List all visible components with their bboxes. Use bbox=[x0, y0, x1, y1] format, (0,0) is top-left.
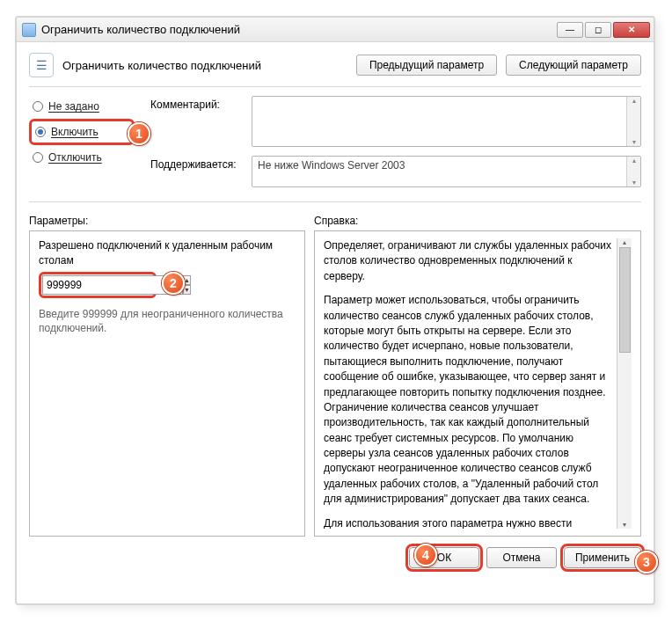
kv-column: Комментарий: ▴▾ Поддерживается: Не ниже … bbox=[150, 96, 641, 196]
header: ☰ Ограничить количество подключений Пред… bbox=[17, 42, 654, 81]
radio-label: Отключить bbox=[48, 151, 102, 164]
config-row: Не задано Включить Отключить 1 Комментар… bbox=[17, 87, 654, 196]
radio-disabled[interactable]: Отключить bbox=[29, 147, 135, 168]
next-setting-button[interactable]: Следующий параметр bbox=[506, 55, 641, 76]
policy-icon: ☰ bbox=[29, 53, 54, 77]
help-section-label: Справка: bbox=[314, 215, 641, 227]
param-hint: Введите 999999 для неограниченного колич… bbox=[39, 307, 296, 337]
maximize-button[interactable]: ◻ bbox=[585, 22, 611, 38]
help-p2: Параметр может использоваться, чтобы огр… bbox=[324, 293, 613, 507]
help-panel: Определяет, ограничивают ли службы удале… bbox=[314, 230, 641, 537]
minimize-button[interactable]: — bbox=[557, 22, 583, 38]
help-text: Определяет, ограничивают ли службы удале… bbox=[324, 238, 617, 529]
step-badge-4: 4 bbox=[414, 544, 437, 566]
button-row: 4 ОК Отмена Применить bbox=[17, 537, 654, 568]
step-badge-1: 1 bbox=[128, 122, 150, 145]
panels: Разрешено подключений к удаленным рабочи… bbox=[17, 230, 654, 537]
window-title: Ограничить количество подключений bbox=[41, 23, 240, 36]
params-panel: Разрешено подключений к удаленным рабочи… bbox=[29, 230, 305, 537]
policy-title: Ограничить количество подключений bbox=[62, 59, 347, 72]
param-option-label: Разрешено подключений к удаленным рабочи… bbox=[39, 238, 296, 268]
radio-icon bbox=[35, 127, 46, 137]
supported-value: Не ниже Windows Server 2003 bbox=[258, 159, 405, 172]
connections-spinner: ▲ ▼ bbox=[39, 272, 157, 298]
radio-not-configured[interactable]: Не задано bbox=[29, 96, 135, 117]
close-button[interactable]: ✕ bbox=[613, 22, 650, 38]
scrollbar[interactable]: ▴▾ bbox=[626, 157, 640, 186]
comment-input[interactable]: ▴▾ bbox=[252, 96, 641, 147]
supported-label: Поддерживается: bbox=[150, 156, 243, 171]
comment-label: Комментарий: bbox=[150, 96, 243, 111]
params-section-label: Параметры: bbox=[29, 215, 302, 227]
radio-enabled[interactable]: Включить bbox=[29, 119, 135, 145]
apply-button[interactable]: Применить bbox=[564, 547, 641, 568]
dialog-window: Ограничить количество подключений — ◻ ✕ … bbox=[15, 16, 655, 605]
radio-label: Не задано bbox=[48, 100, 99, 113]
help-p1: Определяет, ограничивают ли службы удале… bbox=[324, 238, 613, 284]
step-badge-3: 3 bbox=[635, 551, 658, 574]
titlebar: Ограничить количество подключений — ◻ ✕ bbox=[17, 18, 654, 42]
scrollbar[interactable]: ▴▾ bbox=[626, 97, 640, 146]
radio-icon bbox=[33, 152, 43, 163]
radio-label: Включить bbox=[51, 126, 99, 138]
section-labels: Параметры: Справка: bbox=[17, 202, 654, 230]
scrollbar[interactable]: ▴ ▾ bbox=[617, 238, 632, 529]
help-p3: Для использования этого параметра нужно … bbox=[324, 516, 613, 529]
state-radios: Не задано Включить Отключить 1 bbox=[29, 96, 135, 196]
previous-setting-button[interactable]: Предыдущий параметр bbox=[356, 55, 497, 76]
cancel-button[interactable]: Отмена bbox=[486, 547, 557, 568]
radio-icon bbox=[33, 101, 43, 112]
supported-value-box: Не ниже Windows Server 2003 ▴▾ bbox=[252, 156, 641, 187]
app-icon bbox=[22, 23, 36, 37]
step-badge-2: 2 bbox=[162, 272, 185, 295]
